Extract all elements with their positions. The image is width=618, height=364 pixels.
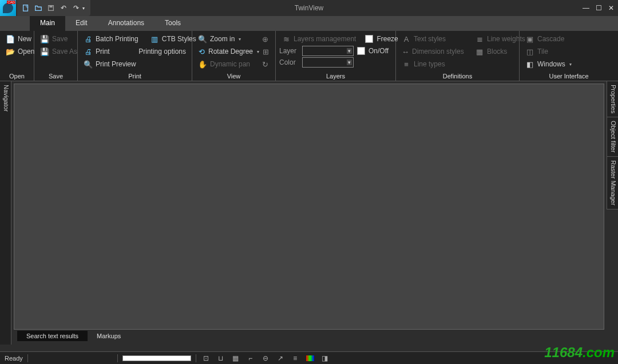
zoom-extra-icon[interactable]: ⊕ [260, 34, 270, 43]
grid-icon[interactable]: ▦ [231, 354, 241, 363]
rotate-button[interactable]: ⟲Rotate Degree▾⊞ [196, 46, 272, 57]
undo-icon[interactable]: ↶ [58, 3, 69, 13]
magnet-icon[interactable]: ⊔ [216, 354, 226, 363]
tab-tools[interactable]: Tools [154, 16, 191, 31]
cascade-button: ▣Cascade [523, 33, 615, 45]
dimension-icon: ↔ [402, 47, 409, 56]
group-open: 📄New 📂Open Open [0, 31, 34, 81]
new-button[interactable]: 📄New [3, 33, 30, 45]
object-filter-panel-tab[interactable]: Object filter [607, 117, 618, 157]
batch-print-icon: 🖨 [84, 34, 93, 43]
drawing-canvas[interactable] [14, 84, 604, 330]
separator [27, 354, 28, 362]
ribbon: 📄New 📂Open Open 💾Save 💾Save As Save 🖨Bat… [0, 31, 618, 81]
printing-options-button[interactable]: Printing options [136, 46, 188, 57]
saveas-button: 💾Save As [38, 46, 74, 57]
separator [117, 354, 118, 362]
text-icon: A [402, 34, 411, 43]
text-styles-button: AText styles [399, 33, 466, 45]
open-folder-icon[interactable] [33, 3, 43, 13]
zoom-icon: 🔍 [198, 34, 207, 43]
tab-annotations[interactable]: Annotations [98, 16, 154, 31]
color-dropdown[interactable] [302, 57, 354, 68]
save-icon[interactable] [46, 3, 56, 13]
right-panels: Properties Object filter Raster Manager [607, 81, 618, 345]
status-bar: Ready ⊡ ⊔ ▦ ⌐ ⊖ ↗ ≡ ◨ [0, 351, 618, 364]
redo-icon[interactable]: ↷ [71, 3, 81, 13]
new-icon: 📄 [6, 34, 15, 43]
cursor-icon[interactable]: ↗ [275, 354, 286, 363]
canvas-container: Search text results Markups [11, 81, 607, 345]
layer-dropdown[interactable] [302, 46, 354, 56]
lineweight-toggle-icon[interactable]: ≡ [290, 354, 300, 363]
polar-icon[interactable]: ⊖ [260, 354, 271, 363]
ctb-styles-button[interactable]: ▥CTB Styles [148, 33, 199, 45]
windows-button[interactable]: ◧Windows▾ [523, 58, 615, 70]
rotate-extra-icon[interactable]: ⊞ [262, 47, 270, 56]
group-save-label: Save [38, 72, 74, 80]
freeze-label: Freeze [377, 35, 398, 43]
color-palette-icon[interactable] [305, 354, 315, 363]
raster-manager-panel-tab[interactable]: Raster Manager [607, 157, 618, 209]
lineweight-icon: ≣ [475, 34, 484, 43]
tab-search-results[interactable]: Search text results [17, 331, 88, 341]
title-bar: ↶ ↷ ▾ TwinView — ☐ ✕ [0, 0, 618, 16]
tile-icon: ◫ [525, 47, 534, 56]
rotate-icon: ⟲ [198, 47, 205, 56]
app-logo[interactable] [0, 0, 16, 16]
separator [196, 354, 196, 362]
status-text: Ready [5, 355, 23, 362]
main-area: Navigator Search text results Markups Pr… [0, 81, 618, 345]
onoff-label: On/Off [369, 47, 389, 55]
print-preview-button[interactable]: 🔍Print Preview [81, 58, 188, 70]
layers-icon: ≋ [282, 34, 291, 43]
saveas-icon: 💾 [40, 47, 49, 56]
group-view-label: View [196, 72, 272, 80]
new-file-icon[interactable] [21, 3, 31, 13]
window-controls: — ☐ ✕ [581, 4, 616, 12]
watermark: 11684.com [544, 345, 615, 361]
svg-rect-0 [23, 5, 28, 11]
blocks-icon: ▦ [475, 47, 484, 56]
svg-rect-2 [49, 6, 52, 8]
zoom-in-button[interactable]: 🔍Zoom in▾⊕ [196, 33, 272, 45]
snap-icon[interactable]: ⊡ [201, 354, 211, 363]
maximize-button[interactable]: ☐ [594, 4, 603, 12]
app-title: TwinView [295, 4, 323, 12]
navigator-panel-tab[interactable]: Navigator [0, 81, 11, 345]
tab-main[interactable]: Main [30, 16, 65, 31]
progress-bar [122, 355, 191, 361]
group-ui-label: User Interface [523, 72, 615, 80]
tab-edit[interactable]: Edit [65, 16, 98, 31]
quick-access-toolbar: ↶ ↷ ▾ [17, 0, 90, 16]
group-print-label: Print [81, 72, 188, 80]
chevron-down-icon: ▾ [239, 37, 241, 42]
group-print: 🖨Batch Printing ▥CTB Styles 🖨Print Print… [78, 31, 192, 81]
onoff-checkbox[interactable] [357, 47, 365, 55]
ortho-icon[interactable]: ⌐ [245, 354, 256, 363]
close-button[interactable]: ✕ [607, 4, 616, 12]
print-button[interactable]: 🖨Print [81, 46, 112, 57]
freeze-checkbox[interactable] [365, 35, 373, 43]
tile-button: ◫Tile [523, 46, 615, 57]
group-ui: ▣Cascade ◫Tile ◧Windows▾ User Interface [520, 31, 618, 81]
batch-printing-button[interactable]: 🖨Batch Printing [81, 33, 141, 45]
qat-dropdown-icon[interactable]: ▾ [82, 6, 88, 11]
layer-label: Layer [279, 47, 299, 55]
refresh-icon[interactable]: ↻ [260, 60, 270, 69]
properties-panel-tab[interactable]: Properties [607, 81, 618, 117]
group-view: 🔍Zoom in▾⊕ ⟲Rotate Degree▾⊞ ✋Dynamic pan… [192, 31, 276, 81]
minimize-button[interactable]: — [581, 4, 591, 12]
group-open-label: Open [3, 72, 30, 80]
open-button[interactable]: 📂Open [3, 46, 30, 57]
group-layers: ≋Layers management Freeze Layer On/Off C… [276, 31, 396, 81]
tab-markups[interactable]: Markups [88, 331, 130, 341]
print-icon: 🖨 [84, 47, 93, 56]
preview-icon: 🔍 [84, 60, 93, 69]
linetype-icon: ≡ [402, 60, 411, 69]
ribbon-tabs: Main Edit Annotations Tools [0, 16, 618, 31]
open-icon: 📂 [6, 47, 15, 56]
group-definitions-label: Definitions [399, 72, 516, 80]
line-types-button: ≡Line types [399, 58, 466, 70]
model-space-icon[interactable]: ◨ [320, 354, 330, 363]
